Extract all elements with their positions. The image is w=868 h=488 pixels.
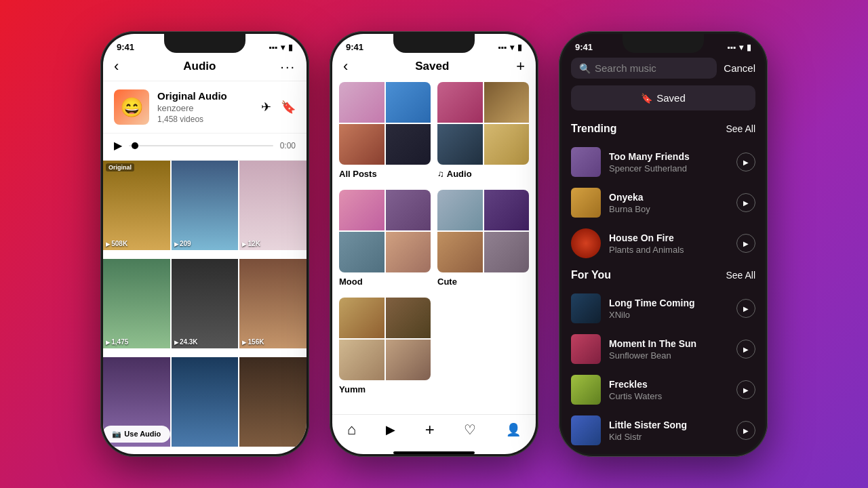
battery-icon-2: ▮	[517, 43, 522, 52]
track-artist: Spencer Sutherland	[609, 163, 728, 174]
home-nav-button[interactable]: ⌂	[347, 421, 356, 439]
collection-cute[interactable]: Cute	[437, 190, 529, 287]
audio-info: 😄 Original Audio kenzoere 1,458 videos ✈…	[103, 81, 307, 134]
mosaic-cell	[386, 124, 431, 165]
wifi-icon-3: ▾	[739, 43, 743, 52]
trending-title: Trending	[571, 123, 617, 135]
video-count: 24.3K	[174, 338, 198, 346]
share-button[interactable]: ✈	[261, 100, 271, 115]
table-row[interactable]: 12K	[239, 161, 307, 250]
track-info: Freckles Curtis Waters	[609, 379, 728, 401]
battery-icon-3: ▮	[747, 43, 751, 52]
collection-row: Yumm	[339, 298, 529, 394]
track-artist: Kid Sistr	[609, 432, 728, 442]
collections-container: All Posts ♫ Audio	[332, 82, 536, 414]
track-little-sister-song[interactable]: Little Sister Song Kid Sistr ▶	[561, 410, 765, 451]
mosaic-cell	[484, 190, 530, 230]
more-button-1[interactable]: ···	[280, 59, 296, 75]
use-audio-button[interactable]: 📷 Use Audio	[103, 426, 170, 443]
collection-yumm[interactable]: Yumm	[339, 298, 431, 394]
table-row[interactable]	[172, 357, 239, 447]
mosaic-cell	[339, 124, 384, 165]
table-row[interactable]: 156K	[239, 259, 307, 348]
search-bar[interactable]: 🔍 Search music	[571, 58, 717, 79]
signal-icon-2: ▪▪▪	[498, 43, 507, 52]
activity-nav-button[interactable]: ♡	[464, 422, 476, 438]
collection-label: ♫ Audio	[437, 169, 529, 179]
collection-all-posts[interactable]: All Posts	[339, 82, 431, 179]
table-row[interactable]	[239, 357, 307, 447]
cancel-button[interactable]: Cancel	[724, 62, 755, 74]
table-row[interactable]: 1,475	[103, 259, 170, 348]
mosaic-cell	[339, 232, 384, 272]
trending-see-all[interactable]: See All	[726, 123, 755, 134]
play-track-button[interactable]: ▶	[736, 299, 755, 318]
track-long-time-coming[interactable]: Long Time Coming XNilo ▶	[561, 288, 765, 329]
track-title: Onyeka	[609, 192, 728, 203]
collection-mood[interactable]: Mood	[339, 190, 431, 287]
track-art	[571, 375, 601, 405]
track-too-many-friends[interactable]: Too Many Friends Spencer Sutherland ▶	[561, 142, 765, 182]
track-info: Onyeka Burna Boy	[609, 192, 728, 214]
notch	[164, 34, 245, 53]
track-title: House On Fire	[609, 232, 728, 243]
table-row[interactable]: 📷 Use Audio	[103, 357, 170, 447]
track-art	[571, 228, 601, 258]
mosaic-cell	[386, 190, 431, 230]
search-input[interactable]: Search music	[595, 62, 656, 74]
phone-music: 9:41 ▪▪▪ ▾ ▮ 🔍 Search music Cancel 🔖 Sav…	[559, 31, 768, 457]
collection-label: Yumm	[339, 384, 431, 394]
video-count: 508K	[106, 240, 127, 247]
track-title: Moment In The Sun	[609, 338, 728, 349]
saved-button[interactable]: 🔖 Saved	[571, 85, 755, 110]
back-button-2[interactable]: ‹	[343, 58, 348, 75]
save-button[interactable]: 🔖	[281, 100, 296, 115]
track-artist: Curtis Waters	[609, 391, 728, 401]
time-1: 9:41	[117, 42, 134, 52]
track-house-on-fire[interactable]: House On Fire Plants and Animals ▶	[561, 223, 765, 264]
audio-title: Original Audio	[157, 90, 253, 102]
mosaic-cell	[484, 82, 530, 123]
table-row[interactable]: Original 508K	[103, 161, 170, 250]
collection-row: Mood Cute	[339, 190, 529, 287]
table-row[interactable]: 209	[172, 161, 239, 250]
time-2: 9:41	[346, 42, 363, 52]
track-moment-in-the-sun[interactable]: Moment In The Sun Sunflower Bean ▶	[561, 329, 765, 369]
table-row[interactable]: 24.3K	[172, 259, 239, 348]
signal-icon-1: ▪▪▪	[269, 43, 277, 52]
track-title: Long Time Coming	[609, 298, 728, 308]
audio-username: kenzoere	[157, 103, 253, 113]
track-artist: Sunflower Bean	[609, 350, 728, 361]
play-track-button[interactable]: ▶	[736, 234, 755, 253]
progress-dot	[132, 142, 138, 149]
play-track-button[interactable]: ▶	[736, 340, 755, 359]
track-art	[571, 147, 601, 177]
track-onyeka[interactable]: Onyeka Burna Boy ▶	[561, 182, 765, 223]
track-title: Little Sister Song	[609, 420, 728, 430]
collection-audio[interactable]: ♫ Audio	[437, 82, 529, 179]
track-info: Moment In The Sun Sunflower Bean	[609, 338, 728, 361]
play-track-button[interactable]: ▶	[736, 421, 755, 440]
play-track-button[interactable]: ▶	[736, 193, 755, 212]
play-button[interactable]: ▶	[114, 139, 122, 152]
mosaic-cell	[339, 340, 384, 380]
signal-icon-3: ▪▪▪	[727, 43, 736, 52]
mosaic-cell	[437, 190, 483, 230]
audio-actions: ✈ 🔖	[261, 100, 296, 115]
progress-track[interactable]	[129, 145, 273, 146]
audio-details: Original Audio kenzoere 1,458 videos	[157, 90, 253, 124]
avatar-emoji: 😄	[120, 96, 144, 119]
track-freckles[interactable]: Freckles Curtis Waters ▶	[561, 369, 765, 410]
back-button-1[interactable]: ‹	[114, 58, 119, 75]
add-button[interactable]: +	[516, 58, 525, 75]
play-track-button[interactable]: ▶	[736, 380, 755, 399]
play-track-button[interactable]: ▶	[736, 152, 755, 171]
video-count: 209	[174, 240, 191, 247]
for-you-see-all[interactable]: See All	[726, 270, 755, 281]
profile-nav-button[interactable]: 👤	[506, 422, 521, 437]
video-count: 12K	[242, 240, 260, 247]
add-nav-button[interactable]: +	[425, 420, 435, 439]
reels-nav-button[interactable]: ▶	[386, 422, 395, 437]
track-title: Too Many Friends	[609, 151, 728, 162]
notch-2	[393, 34, 475, 53]
